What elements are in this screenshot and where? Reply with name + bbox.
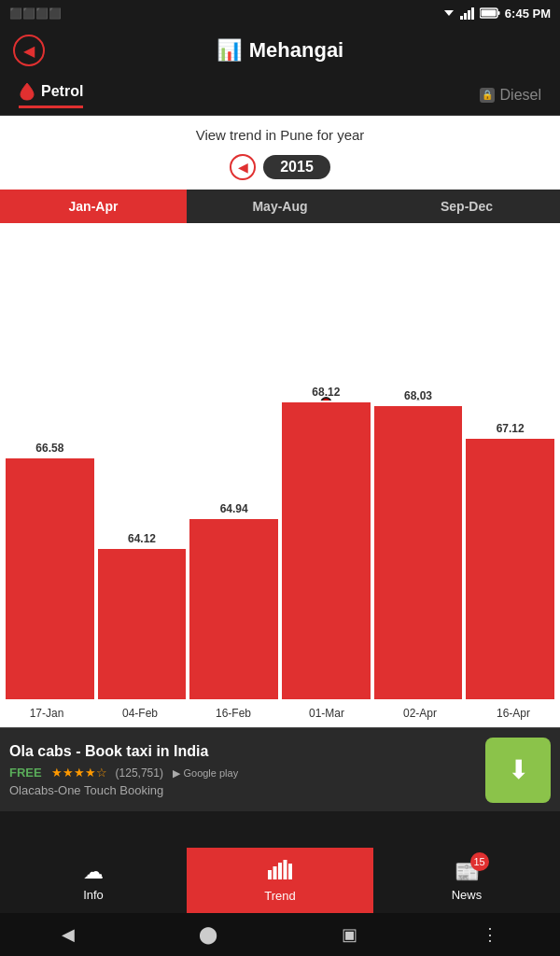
download-button[interactable]: ⬇ [485, 738, 551, 803]
diesel-label: Diesel [500, 87, 541, 104]
trend-icon [268, 859, 292, 885]
bar-group-5: 67.12 [466, 260, 554, 699]
x-label-2: 16-Feb [187, 707, 280, 720]
ad-stars: ★★★★☆ [51, 766, 107, 780]
system-nav-bar: ◀ ⬤ ▣ ⋮ [0, 913, 560, 956]
petrol-drop-icon [19, 81, 35, 102]
sys-home-button[interactable]: ⬤ [199, 924, 217, 945]
bar-group-0: 66.58 [6, 260, 94, 699]
bar-rect-1 [98, 549, 187, 699]
signal-icon [460, 7, 475, 20]
news-label: News [452, 888, 483, 902]
bar-rect-5 [466, 439, 554, 699]
year-display: 2015 [263, 155, 330, 179]
download-icon: ⬇ [508, 754, 529, 785]
ad-free-label: FREE [9, 766, 42, 780]
ad-content: Ola cabs - Book taxi in India FREE ★★★★☆… [9, 743, 485, 797]
x-label-4: 02-Apr [373, 707, 467, 720]
status-icons-left: ⬛⬛⬛⬛ [9, 7, 62, 20]
ad-subtitle: Olacabs-One Touch Booking [9, 783, 485, 797]
status-time: 6:45 PM [505, 7, 551, 21]
svg-rect-3 [468, 10, 470, 20]
nav-info[interactable]: ☁ Info [0, 848, 187, 913]
period-tabs: Jan-Apr May-Aug Sep-Dec [0, 190, 560, 223]
back-button[interactable]: ◀ [13, 35, 45, 66]
logo-icon: 📊 [217, 38, 242, 63]
ad-title: Ola cabs - Book taxi in India [9, 743, 485, 760]
bar-rect-2 [189, 519, 278, 699]
svg-rect-14 [268, 870, 272, 879]
svg-rect-6 [497, 11, 499, 15]
news-icon: 📰 15 [455, 860, 480, 884]
tab-jan-apr[interactable]: Jan-Apr [0, 190, 187, 223]
fuel-selector: Petrol 🔒 Diesel [0, 75, 560, 116]
bars-container: 66.5864.1264.9468.1268.0367.12 [0, 260, 560, 699]
bottom-nav: ☁ Info Trend 📰 15 News [0, 848, 560, 913]
status-bar: ⬛⬛⬛⬛ 6:45 PM [0, 0, 560, 26]
bar-value-4: 68.03 [404, 389, 432, 402]
app-logo: 📊 Mehangai [217, 38, 343, 63]
bar-rect-4 [374, 406, 463, 700]
info-icon: ☁ [83, 860, 104, 884]
sys-menu-button[interactable]: ⋮ [482, 924, 498, 945]
trend-header-text: View trend in Pune for year [0, 116, 560, 148]
app-title: Mehangai [249, 38, 343, 63]
bar-value-3: 68.12 [312, 386, 340, 399]
x-label-3: 01-Mar [280, 707, 373, 720]
year-selector: ◀ 2015 [0, 148, 560, 190]
bar-rect-0 [6, 458, 94, 699]
bar-group-2: 64.94 [189, 260, 278, 699]
tab-may-aug[interactable]: May-Aug [187, 190, 373, 223]
info-label: Info [83, 888, 104, 902]
svg-marker-0 [444, 10, 454, 16]
x-label-0: 17-Jan [0, 707, 93, 720]
trend-label: Trend [264, 889, 295, 903]
bar-value-0: 66.58 [35, 442, 63, 455]
petrol-label: Petrol [41, 83, 83, 100]
nav-trend[interactable]: Trend [187, 848, 373, 913]
bar-group-3: 68.12 [282, 260, 371, 699]
nav-news[interactable]: 📰 15 News [373, 848, 560, 913]
bar-value-5: 67.12 [497, 422, 525, 435]
bar-group-1: 64.12 [98, 260, 187, 699]
wifi-icon [442, 7, 455, 20]
x-axis-labels: 17-Jan04-Feb16-Feb01-Mar02-Apr16-Apr [0, 699, 560, 727]
svg-rect-1 [460, 16, 463, 20]
svg-rect-15 [273, 866, 277, 879]
bar-value-2: 64.94 [220, 502, 248, 515]
ad-meta: FREE ★★★★☆ (125,751) ▶ Google play [9, 764, 485, 780]
diesel-lock-icon: 🔒 [480, 88, 495, 103]
battery-icon [480, 7, 500, 19]
petrol-tab[interactable]: Petrol [19, 81, 83, 108]
news-badge: 15 [470, 852, 489, 871]
sys-recents-button[interactable]: ▣ [342, 924, 357, 945]
svg-rect-2 [464, 13, 467, 20]
sys-back-button[interactable]: ◀ [62, 924, 75, 945]
x-label-1: 04-Feb [93, 707, 187, 720]
ad-google-play: ▶ Google play [173, 767, 238, 779]
svg-rect-4 [471, 7, 474, 20]
svg-rect-18 [288, 864, 292, 879]
year-prev-button[interactable]: ◀ [230, 154, 256, 180]
tab-sep-dec[interactable]: Sep-Dec [373, 190, 560, 223]
status-icons-right: 6:45 PM [442, 7, 551, 21]
bar-value-1: 64.12 [128, 532, 156, 545]
chart-area: 66.5864.1264.9468.1268.0367.12 17-Jan04-… [0, 223, 560, 727]
bar-group-4: 68.03 [374, 260, 463, 699]
bar-rect-3 [282, 402, 371, 699]
svg-rect-7 [481, 10, 496, 17]
diesel-tab[interactable]: 🔒 Diesel [480, 87, 541, 104]
x-label-5: 16-Apr [467, 707, 560, 720]
ad-reviews: (125,751) [116, 766, 163, 780]
main-content: View trend in Pune for year ◀ 2015 Jan-A… [0, 116, 560, 727]
svg-rect-17 [284, 860, 287, 879]
svg-rect-16 [278, 863, 282, 879]
app-header: ◀ 📊 Mehangai [0, 26, 560, 75]
ad-banner: Ola cabs - Book taxi in India FREE ★★★★☆… [0, 727, 560, 811]
